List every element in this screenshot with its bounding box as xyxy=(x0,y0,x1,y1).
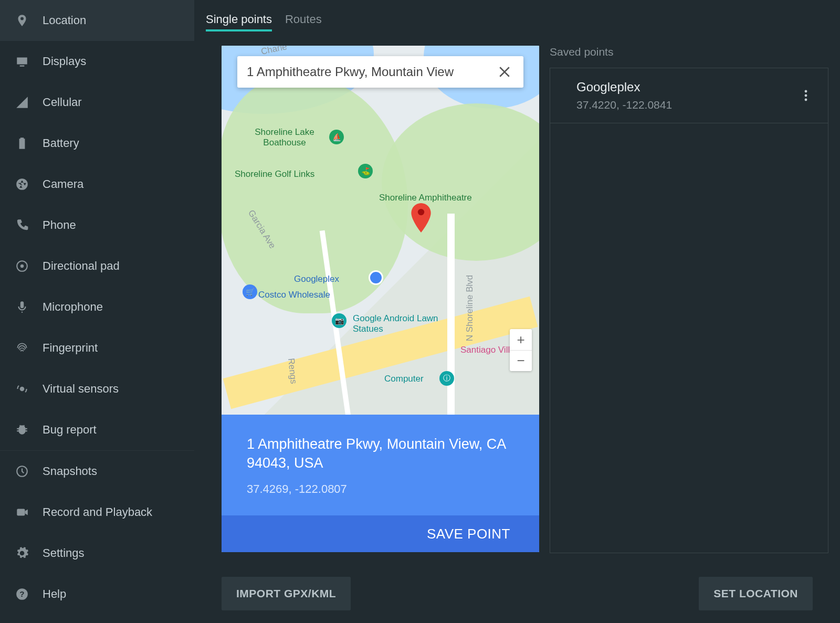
microphone-icon xyxy=(13,298,31,316)
sidebar-item-label: Microphone xyxy=(43,300,103,314)
svg-point-10 xyxy=(805,99,807,101)
sidebar-item-virtual-sensors[interactable]: Virtual sensors xyxy=(0,368,194,409)
snapshots-icon xyxy=(13,462,31,480)
saved-point-name: Googleplex xyxy=(576,80,799,94)
saved-points-panel: Saved points Googleplex 37.4220, -122.08… xyxy=(550,46,828,574)
sidebar-item-label: Cellular xyxy=(43,96,82,109)
saved-points-heading: Saved points xyxy=(550,46,828,58)
record-icon xyxy=(13,503,31,521)
sidebar-item-help[interactable]: ? Help xyxy=(0,574,194,615)
sidebar-item-label: Settings xyxy=(43,546,85,560)
sidebar: Location Displays Cellular Battery Camer… xyxy=(0,0,194,623)
tabs: Single points Routes xyxy=(206,0,828,39)
saved-point-coords: 37.4220, -122.0841 xyxy=(576,99,799,111)
saved-points-list: Googleplex 37.4220, -122.0841 xyxy=(550,68,828,553)
tab-routes[interactable]: Routes xyxy=(285,9,322,31)
map-road-label: N Shoreline Blvd xyxy=(465,275,475,342)
sensors-icon xyxy=(13,380,31,398)
gear-icon xyxy=(13,544,31,562)
sidebar-item-phone[interactable]: Phone xyxy=(0,205,194,246)
sidebar-item-label: Help xyxy=(43,587,66,601)
svg-point-1 xyxy=(20,265,24,268)
battery-icon xyxy=(13,134,31,152)
sidebar-item-label: Camera xyxy=(43,177,83,191)
dpad-icon xyxy=(13,257,31,275)
sidebar-item-dpad[interactable]: Directional pad xyxy=(0,246,194,287)
sidebar-item-label: Record and Playback xyxy=(43,505,152,519)
zoom-in-button[interactable]: + xyxy=(510,329,532,350)
tab-single-points[interactable]: Single points xyxy=(206,9,272,31)
svg-point-9 xyxy=(805,94,807,97)
sidebar-item-label: Fingerprint xyxy=(43,341,98,355)
main-panel: Single points Routes Shoreline Lake Boat… xyxy=(194,0,840,623)
location-info-card: 1 Amphitheatre Pkwy, Mountain View, CA 9… xyxy=(222,415,539,552)
svg-point-8 xyxy=(805,90,807,93)
set-location-button[interactable]: SET LOCATION xyxy=(699,577,813,610)
more-icon[interactable] xyxy=(799,87,813,104)
map-poi-label: Googleplex xyxy=(294,274,339,284)
map-poi-icon: ⛳ xyxy=(358,164,373,178)
sidebar-item-cellular[interactable]: Cellular xyxy=(0,82,194,123)
cellular-icon xyxy=(13,93,31,111)
map-poi-label: Computer xyxy=(384,374,424,384)
sidebar-item-label: Directional pad xyxy=(43,259,120,273)
map-poi-icon xyxy=(369,270,383,285)
help-icon: ? xyxy=(13,585,31,603)
save-point-button[interactable]: SAVE POINT xyxy=(222,515,539,552)
sidebar-item-label: Bug report xyxy=(43,423,97,437)
svg-rect-4 xyxy=(17,509,25,516)
sidebar-item-camera[interactable]: Camera xyxy=(0,164,194,205)
sidebar-item-label: Displays xyxy=(43,55,86,68)
sidebar-item-label: Phone xyxy=(43,218,76,232)
map-poi-icon: ⓘ xyxy=(439,371,454,386)
saved-point-item[interactable]: Googleplex 37.4220, -122.0841 xyxy=(550,68,828,123)
map-poi-icon: 🛒 xyxy=(243,284,257,299)
sidebar-item-record-playback[interactable]: Record and Playback xyxy=(0,492,194,533)
bottom-action-bar: IMPORT GPX/KML SET LOCATION xyxy=(206,574,828,623)
camera-icon xyxy=(13,175,31,193)
map-poi-label: Shoreline Golf Links xyxy=(235,169,314,179)
phone-icon xyxy=(13,216,31,234)
sidebar-item-label: Location xyxy=(43,14,86,27)
zoom-out-button[interactable]: − xyxy=(510,350,532,371)
sidebar-item-label: Virtual sensors xyxy=(43,382,119,396)
map-poi-label: Shoreline Amphitheatre xyxy=(379,193,472,203)
map-search-input[interactable] xyxy=(247,65,495,79)
bug-icon xyxy=(13,421,31,439)
location-address: 1 Amphitheatre Pkwy, Mountain View, CA 9… xyxy=(222,415,539,478)
location-coordinates: 37.4269, -122.0807 xyxy=(222,478,539,496)
svg-point-2 xyxy=(20,387,24,391)
sidebar-item-displays[interactable]: Displays xyxy=(0,41,194,82)
sidebar-item-microphone[interactable]: Microphone xyxy=(0,287,194,328)
sidebar-item-settings[interactable]: Settings xyxy=(0,533,194,574)
zoom-controls: + − xyxy=(510,329,532,371)
svg-text:?: ? xyxy=(19,589,24,598)
sidebar-item-bug-report[interactable]: Bug report xyxy=(0,409,194,450)
search-clear-button[interactable] xyxy=(495,62,514,81)
map-poi-label: Santiago Villa xyxy=(460,345,515,355)
sidebar-item-fingerprint[interactable]: Fingerprint xyxy=(0,328,194,368)
fingerprint-icon xyxy=(13,339,31,357)
sidebar-item-label: Battery xyxy=(43,136,79,150)
map-panel[interactable]: Shoreline Lake Boathouse ⛵ Shoreline Gol… xyxy=(222,46,539,552)
map-poi-label: Google Android Lawn Statues xyxy=(353,313,458,334)
map-poi-icon: 📷 xyxy=(332,313,346,328)
location-icon xyxy=(13,12,31,29)
map-search-bar xyxy=(237,56,523,88)
sidebar-item-snapshots[interactable]: Snapshots xyxy=(0,451,194,492)
sidebar-item-label: Snapshots xyxy=(43,464,97,478)
displays-icon xyxy=(13,52,31,70)
map-poi-icon: ⛵ xyxy=(329,130,344,144)
map-poi-label: Shoreline Lake Boathouse xyxy=(240,127,329,148)
import-gpx-button[interactable]: IMPORT GPX/KML xyxy=(222,577,351,610)
sidebar-item-battery[interactable]: Battery xyxy=(0,123,194,164)
map-poi-label: Costco Wholesale xyxy=(258,290,330,300)
sidebar-item-location[interactable]: Location xyxy=(0,0,194,41)
